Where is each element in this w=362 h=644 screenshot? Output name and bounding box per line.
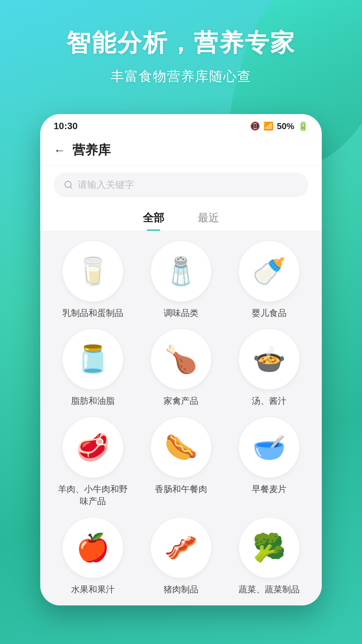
status-time: 10:30 xyxy=(54,121,78,131)
tab-recent-label: 最近 xyxy=(198,211,219,225)
food-circle-11: 🥦 xyxy=(239,518,299,578)
search-container: 请输入关键字 xyxy=(40,166,322,204)
grid-content: 🥛乳制品和蛋制品🧂调味品类🍼婴儿食品🫙脂肪和油脂🍗家禽产品🍲汤、酱汁🥩羊肉、小牛… xyxy=(40,231,322,605)
food-circle-4: 🍗 xyxy=(151,329,211,389)
tab-all-label: 全部 xyxy=(143,211,164,225)
phone-mockup: 10:30 📵 📶 50% 🔋 ← 营养库 请输入关键字 全部 最近 xyxy=(40,114,322,605)
battery-symbol: 🔋 xyxy=(298,121,308,131)
food-label-7: 香肠和午餐肉 xyxy=(155,483,207,495)
food-label-5: 汤、酱汁 xyxy=(252,395,287,407)
nav-bar: ← 营养库 xyxy=(40,135,322,166)
battery-percent: 50% xyxy=(277,121,294,131)
wifi-icon: 📶 xyxy=(263,121,274,131)
food-item-10[interactable]: 🥓猪肉制品 xyxy=(142,518,220,595)
food-label-10: 猪肉制品 xyxy=(164,583,198,595)
food-item-8[interactable]: 🥣早餐麦片 xyxy=(230,417,308,507)
food-item-2[interactable]: 🍼婴儿食品 xyxy=(230,241,308,319)
food-label-3: 脂肪和油脂 xyxy=(71,395,115,407)
food-circle-6: 🥩 xyxy=(63,417,123,478)
nav-title: 营养库 xyxy=(72,142,111,159)
food-circle-2: 🍼 xyxy=(239,241,299,302)
food-item-3[interactable]: 🫙脂肪和油脂 xyxy=(54,329,132,407)
food-label-9: 水果和果汁 xyxy=(71,583,115,595)
food-label-1: 调味品类 xyxy=(164,307,198,319)
food-item-0[interactable]: 🥛乳制品和蛋制品 xyxy=(54,241,132,319)
food-label-4: 家禽产品 xyxy=(164,395,198,407)
food-item-1[interactable]: 🧂调味品类 xyxy=(142,241,220,319)
food-circle-1: 🧂 xyxy=(151,241,211,302)
food-circle-3: 🫙 xyxy=(63,329,123,389)
tabs-container: 全部 最近 xyxy=(40,204,322,231)
status-bar: 10:30 📵 📶 50% 🔋 xyxy=(40,114,322,135)
food-item-7[interactable]: 🌭香肠和午餐肉 xyxy=(142,417,220,507)
food-label-11: 蔬菜、蔬菜制品 xyxy=(239,583,300,595)
search-icon xyxy=(64,180,73,190)
tab-recent[interactable]: 最近 xyxy=(198,211,219,231)
hero-subtitle: 丰富食物营养库随心查 xyxy=(20,67,342,86)
hero-section: 智能分析，营养专家 丰富食物营养库随心查 xyxy=(0,0,362,99)
food-circle-7: 🌭 xyxy=(151,417,211,478)
food-circle-8: 🥣 xyxy=(239,417,299,478)
food-circle-10: 🥓 xyxy=(151,518,211,578)
food-item-11[interactable]: 🥦蔬菜、蔬菜制品 xyxy=(230,518,308,595)
food-label-2: 婴儿食品 xyxy=(252,307,287,319)
back-button[interactable]: ← xyxy=(54,143,66,157)
food-circle-0: 🥛 xyxy=(63,241,123,302)
food-label-8: 早餐麦片 xyxy=(252,483,287,495)
battery-icon: 📵 xyxy=(250,121,260,131)
food-grid: 🥛乳制品和蛋制品🧂调味品类🍼婴儿食品🫙脂肪和油脂🍗家禽产品🍲汤、酱汁🥩羊肉、小牛… xyxy=(54,241,308,595)
tab-all[interactable]: 全部 xyxy=(143,211,164,231)
search-bar[interactable]: 请输入关键字 xyxy=(54,172,308,197)
food-item-6[interactable]: 🥩羊肉、小牛肉和野味产品 xyxy=(54,417,132,507)
food-label-6: 羊肉、小牛肉和野味产品 xyxy=(54,483,132,507)
food-label-0: 乳制品和蛋制品 xyxy=(62,307,123,319)
svg-line-1 xyxy=(70,186,72,188)
tab-underline xyxy=(147,229,160,231)
food-circle-9: 🍎 xyxy=(63,518,123,578)
hero-title: 智能分析，营养专家 xyxy=(20,27,342,59)
food-circle-5: 🍲 xyxy=(239,329,299,389)
food-item-4[interactable]: 🍗家禽产品 xyxy=(142,329,220,407)
food-item-9[interactable]: 🍎水果和果汁 xyxy=(54,518,132,595)
food-item-5[interactable]: 🍲汤、酱汁 xyxy=(230,329,308,407)
status-icons: 📵 📶 50% 🔋 xyxy=(250,121,308,131)
search-placeholder: 请输入关键字 xyxy=(78,178,134,191)
